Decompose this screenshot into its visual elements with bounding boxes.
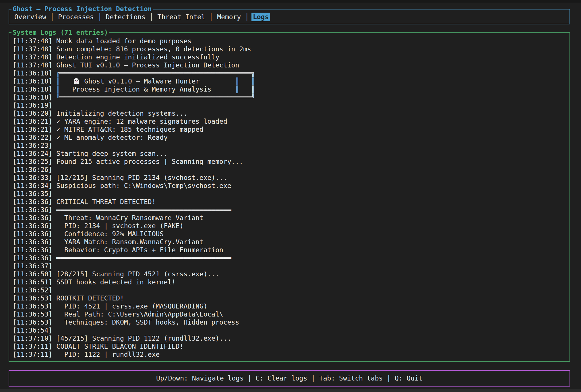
log-entry: [11:37:11]COBALT STRIKE BEACON IDENTIFIE… xyxy=(13,342,570,350)
log-message: Found 215 active processes | Scanning me… xyxy=(56,158,243,165)
log-message: Threat: WannaCry Ransomware Variant xyxy=(56,214,203,222)
log-timestamp: [11:36:19] xyxy=(13,102,52,109)
log-entry: [11:37:48]Scan complete: 816 processes, … xyxy=(13,45,570,53)
tab-processes[interactable]: Processes xyxy=(58,13,94,21)
log-message: Initializing detection systems... xyxy=(56,110,187,117)
log-timestamp: [11:36:36] xyxy=(13,254,52,262)
log-timestamp: [11:36:53] xyxy=(13,294,52,302)
log-timestamp: [11:37:11] xyxy=(13,351,52,358)
log-timestamp: [11:36:51] xyxy=(13,278,52,286)
log-timestamp: [11:36:26] xyxy=(13,166,52,173)
tab-overview[interactable]: Overview xyxy=(14,13,46,21)
tab-separator: │ xyxy=(205,13,217,21)
window-title: Ghost — Process Injection Detection xyxy=(11,5,153,13)
log-timestamp: [11:36:37] xyxy=(13,262,52,270)
window-top-edge xyxy=(0,0,581,3)
log-timestamp: [11:37:10] xyxy=(13,335,52,342)
tab-threat-intel[interactable]: Threat Intel xyxy=(158,13,205,21)
screen: { "window": { "title": "Ghost — Process … xyxy=(0,0,581,392)
log-timestamp: [11:36:36] xyxy=(13,230,52,238)
log-timestamp: [11:36:36] xyxy=(13,214,52,222)
log-entry: [11:36:53] Techniques: DKOM, SSDT hooks,… xyxy=(13,318,570,326)
log-message: Scan complete: 816 processes, 0 detectio… xyxy=(56,45,251,53)
log-entry: [11:36:36] PID: 2134 | svchost.exe (FAKE… xyxy=(13,222,570,230)
log-timestamp: [11:36:18] xyxy=(13,86,52,93)
log-entry: [11:37:48]Detection engine initialized s… xyxy=(13,53,570,61)
log-entry: [11:36:50][28/215] Scanning PID 4521 (cs… xyxy=(13,270,570,278)
log-message: ║ Ghost v0.1.0 — Malware Hunter ║ ║ xyxy=(56,77,255,85)
tab-memory[interactable]: Memory xyxy=(217,13,241,21)
tab-logs[interactable]: Logs xyxy=(251,13,270,21)
log-timestamp: [11:36:50] xyxy=(13,270,52,278)
log-timestamp: [11:36:54] xyxy=(13,327,52,334)
log-entry: [11:37:10][45/215] Scanning PID 1122 (ru… xyxy=(13,334,570,342)
tab-panel: Ghost — Process Injection Detection Over… xyxy=(9,9,570,24)
log-entry: [11:36:21]✓ YARA engine: 12 malware sign… xyxy=(13,117,570,125)
log-message: YARA Match: Ransom.WannaCry.Variant xyxy=(56,238,203,246)
log-timestamp: [11:36:18] xyxy=(13,77,52,85)
log-message: ╚═══════════════════════════════════════… xyxy=(56,94,255,101)
log-timestamp: [11:36:36] xyxy=(13,198,52,205)
log-entry: [11:36:18]║ Process Injection & Memory A… xyxy=(13,85,570,93)
log-message: [12/215] Scanning PID 2134 (svchost.exe)… xyxy=(56,174,227,181)
log-entry: [11:36:34]Suspicious path: C:\Windows\Te… xyxy=(13,182,570,190)
log-entry: [11:36:35] xyxy=(13,190,570,198)
log-entry: [11:37:48]Mock data loaded for demo purp… xyxy=(13,37,570,45)
log-timestamp: [11:36:21] xyxy=(13,118,52,125)
log-message: COBALT STRIKE BEACON IDENTIFIED! xyxy=(56,343,183,350)
log-message: [28/215] Scanning PID 4521 (csrss.exe)..… xyxy=(56,270,219,278)
ghost-icon xyxy=(73,78,80,85)
log-entry: [11:36:21]✓ MITRE ATT&CK: 185 techniques… xyxy=(13,125,570,133)
log-entry: [11:36:53] PID: 4521 | csrss.exe (MASQUE… xyxy=(13,302,570,310)
log-timestamp: [11:36:53] xyxy=(13,319,52,326)
log-timestamp: [11:36:25] xyxy=(13,158,52,165)
log-entry: [11:36:53]ROOTKIT DETECTED! xyxy=(13,294,570,302)
log-timestamp: [11:36:22] xyxy=(13,134,52,141)
log-message: Suspicious path: C:\Windows\Temp\svchost… xyxy=(56,182,231,189)
log-message: ✓ YARA engine: 12 malware signatures loa… xyxy=(56,118,227,125)
tab-separator: │ xyxy=(146,13,158,21)
log-message: Behavior: Crypto APIs + File Enumeration xyxy=(56,246,223,254)
log-message: Real Path: C:\Users\Admin\AppData\Local\ xyxy=(56,311,223,318)
log-entry: [11:36:53] Real Path: C:\Users\Admin\App… xyxy=(13,310,570,318)
logs-panel: System Logs (71 entries) [11:37:48]Mock … xyxy=(9,32,570,362)
log-message: PID: 2134 | svchost.exe (FAKE) xyxy=(56,222,183,230)
log-message: Confidence: 92% MALICIOUS xyxy=(56,230,164,238)
log-message: Detection engine initialized successfull… xyxy=(56,53,219,61)
log-timestamp: [11:36:24] xyxy=(13,150,52,157)
log-entry: [11:36:25]Found 215 active processes | S… xyxy=(13,158,570,166)
log-entry: [11:36:18]║ Ghost v0.1.0 — Malware Hunte… xyxy=(13,77,570,85)
log-entry: [11:36:33][12/215] Scanning PID 2134 (sv… xyxy=(13,174,570,182)
log-message: ✓ ML anomaly detector: Ready xyxy=(56,134,168,141)
log-entry: [11:36:18]╚═════════════════════════════… xyxy=(13,93,570,101)
log-message: ════════════════════════════════════════… xyxy=(56,206,231,214)
log-entry: [11:36:36] YARA Match: Ransom.WannaCry.V… xyxy=(13,238,570,246)
log-timestamp: [11:36:52] xyxy=(13,286,52,294)
log-entry: [11:36:37] xyxy=(13,262,570,270)
log-entry: [11:36:54] xyxy=(13,326,570,334)
log-timestamp: [11:36:20] xyxy=(13,110,52,117)
log-entry: [11:36:18]╔═════════════════════════════… xyxy=(13,69,570,77)
log-message: ✓ MITRE ATT&CK: 185 techniques mapped xyxy=(56,126,203,133)
log-timestamp: [11:37:48] xyxy=(13,61,52,69)
log-timestamp: [11:37:11] xyxy=(13,343,52,350)
log-entry: [11:36:20]Initializing detection systems… xyxy=(13,109,570,117)
window-bottom-edge xyxy=(0,389,581,392)
log-timestamp: [11:36:35] xyxy=(13,190,52,197)
status-bar: Up/Down: Navigate logs | C: Clear logs |… xyxy=(9,370,570,387)
log-entry: [11:36:36]CRITICAL THREAT DETECTED! xyxy=(13,198,570,206)
log-entry: [11:36:36]══════════════════════════════… xyxy=(13,206,570,214)
log-entry: [11:36:36] Threat: WannaCry Ransomware V… xyxy=(13,214,570,222)
log-timestamp: [11:37:48] xyxy=(13,37,52,45)
log-message: Techniques: DKOM, SSDT hooks, Hidden pro… xyxy=(56,319,239,326)
log-message: CRITICAL THREAT DETECTED! xyxy=(56,198,156,205)
log-timestamp: [11:36:36] xyxy=(13,206,52,214)
tab-detections[interactable]: Detections xyxy=(106,13,146,21)
log-message: Starting deep system scan... xyxy=(56,150,168,157)
log-entry: [11:37:48]Ghost TUI v0.1.0 — Process Inj… xyxy=(13,61,570,69)
log-message: Mock data loaded for demo purposes xyxy=(56,37,191,45)
log-list[interactable]: [11:37:48]Mock data loaded for demo purp… xyxy=(9,33,570,358)
log-message: ║ Process Injection & Memory Analysis ║ … xyxy=(56,86,255,93)
log-message: PID: 1122 | rundll32.exe xyxy=(56,351,160,358)
log-timestamp: [11:36:23] xyxy=(13,142,52,149)
